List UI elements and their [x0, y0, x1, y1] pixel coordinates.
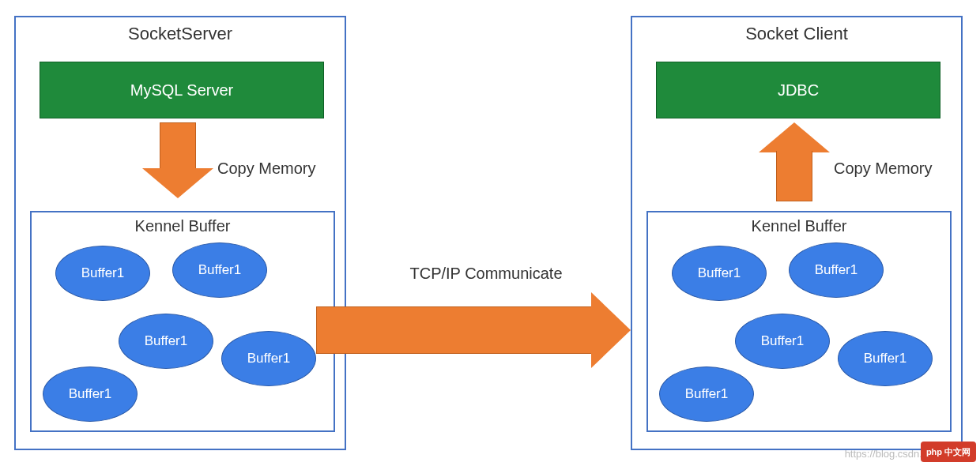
- buffer-label: Buffer1: [698, 265, 741, 281]
- socket-client-title: Socket Client: [632, 24, 961, 44]
- tcp-arrow-right-icon: [316, 292, 632, 371]
- mysql-server-box: MySQL Server: [40, 62, 324, 118]
- jdbc-label: JDBC: [778, 81, 819, 100]
- buffer-ellipse: Buffer1: [735, 314, 830, 369]
- buffer-label: Buffer1: [761, 333, 805, 349]
- buffer-ellipse: Buffer1: [119, 314, 213, 369]
- buffer-label: Buffer1: [198, 262, 242, 278]
- buffer-label: Buffer1: [685, 386, 729, 402]
- buffer-ellipse: Buffer1: [43, 366, 138, 422]
- buffer-label: Buffer1: [69, 386, 112, 402]
- buffer-ellipse: Buffer1: [221, 331, 316, 386]
- copy-memory-right-label: Copy Memory: [834, 160, 932, 178]
- buffer-label: Buffer1: [815, 262, 858, 278]
- buffer-label: Buffer1: [864, 351, 907, 366]
- buffer-ellipse: Buffer1: [789, 242, 884, 298]
- arrow-up-icon: [759, 122, 830, 201]
- kernel-buffer-right-title: Kennel Buffer: [648, 217, 950, 235]
- buffer-ellipse: Buffer1: [838, 331, 933, 386]
- kernel-buffer-left-title: Kennel Buffer: [32, 217, 334, 235]
- mysql-server-label: MySQL Server: [130, 81, 233, 100]
- buffer-ellipse: Buffer1: [172, 242, 267, 298]
- buffer-label: Buffer1: [81, 265, 125, 281]
- buffer-ellipse: Buffer1: [659, 366, 754, 422]
- kernel-buffer-right: Kennel Buffer Buffer1 Buffer1 Buffer1 Bu…: [646, 211, 952, 432]
- buffer-label: Buffer1: [247, 351, 291, 366]
- kernel-buffer-left: Kennel Buffer Buffer1 Buffer1 Buffer1 Bu…: [30, 211, 335, 432]
- buffer-ellipse: Buffer1: [672, 246, 767, 301]
- php-cn-logo: php 中文网: [921, 442, 976, 462]
- jdbc-box: JDBC: [656, 62, 940, 118]
- buffer-ellipse: Buffer1: [55, 246, 150, 301]
- logo-label: php 中文网: [926, 446, 971, 458]
- buffer-label: Buffer1: [145, 333, 188, 349]
- copy-memory-left-label: Copy Memory: [217, 160, 315, 178]
- socket-server-panel: SocketServer MySQL Server Copy Memory Ke…: [14, 16, 346, 450]
- socket-server-title: SocketServer: [16, 24, 345, 44]
- tcp-ip-label: TCP/IP Communicate: [368, 265, 605, 283]
- arrow-down-icon: [142, 122, 213, 201]
- socket-client-panel: Socket Client JDBC Copy Memory Kennel Bu…: [631, 16, 963, 450]
